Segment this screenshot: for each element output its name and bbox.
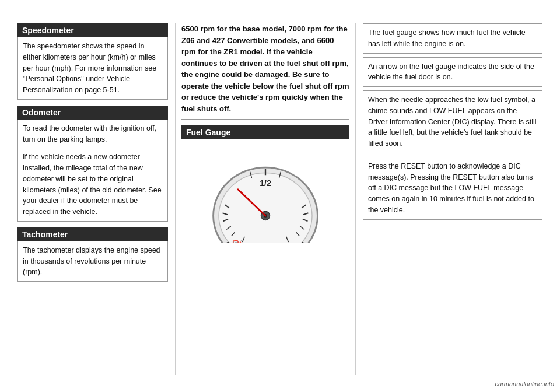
svg-text:1/2: 1/2	[260, 178, 271, 188]
right-block-3: When the needle approaches the low fuel …	[363, 90, 542, 153]
tachometer-body: The tachometer displays the engine speed…	[18, 242, 168, 282]
left-column: Speedometer The speedometer shows the sp…	[18, 23, 175, 374]
fuel-gauge-svg: 1/2 0 1 ⛽	[204, 150, 327, 243]
page: Speedometer The speedometer shows the sp…	[0, 0, 560, 392]
right-block-2: An arrow on the fuel gauge indicates the…	[363, 57, 542, 88]
right-block-1: The fuel gauge shows how much fuel the v…	[363, 23, 542, 54]
middle-column: 6500 rpm for the base model, 7000 rpm fo…	[175, 23, 356, 374]
svg-text:1: 1	[300, 240, 305, 243]
svg-text:0: 0	[226, 240, 230, 243]
right-column: The fuel gauge shows how much fuel the v…	[356, 23, 542, 374]
odometer-body2: If the vehicle needs a new odometer inst…	[18, 148, 168, 222]
odometer-body1: To read the odometer with the ignition o…	[18, 120, 168, 149]
right-block-4: Press the RESET button to acknowledge a …	[363, 157, 542, 220]
content-area: Speedometer The speedometer shows the sp…	[18, 23, 542, 374]
tachometer-header: Tachometer	[18, 228, 168, 242]
speedometer-header: Speedometer	[18, 23, 168, 37]
svg-text:⛽: ⛽	[232, 240, 243, 243]
fuel-gauge-header: Fuel Gauge	[181, 125, 349, 139]
speedometer-body: The speedometer shows the speed in eithe…	[18, 37, 168, 100]
watermark: carmanualonline.info	[495, 380, 554, 387]
mid-intro-text: 6500 rpm for the base model, 7000 rpm fo…	[181, 23, 349, 120]
gauge-container: 1/2 0 1 ⛽	[181, 144, 349, 249]
odometer-header: Odometer	[18, 106, 168, 120]
